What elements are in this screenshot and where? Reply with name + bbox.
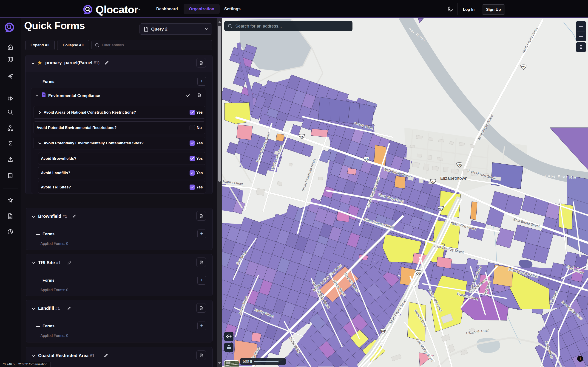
- svg-text:701: 701: [381, 330, 385, 333]
- svg-text:701: 701: [416, 272, 421, 274]
- svg-text:41: 41: [432, 180, 435, 183]
- svg-text:701: 701: [521, 66, 526, 69]
- svg-text:701: 701: [438, 207, 443, 210]
- svg-text:701: 701: [457, 164, 462, 167]
- svg-text:41: 41: [300, 135, 303, 138]
- svg-text:41: 41: [365, 158, 368, 161]
- svg-text:Elizabethtown: Elizabethtown: [440, 176, 467, 181]
